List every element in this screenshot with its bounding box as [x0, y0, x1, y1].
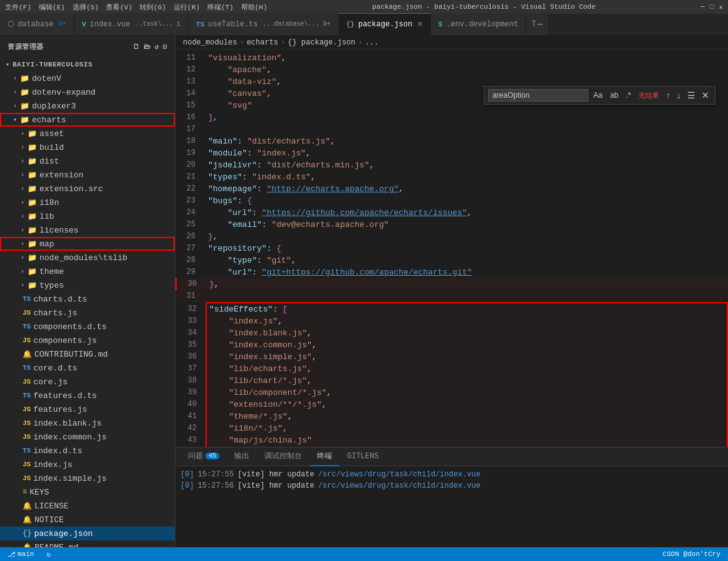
tab-close-button[interactable]: ×	[417, 19, 422, 29]
minimize-button[interactable]: ─	[700, 3, 705, 11]
tree-item-features-js[interactable]: JS features.js	[0, 402, 175, 416]
tree-item-package-json[interactable]: {} package.json	[0, 527, 175, 540]
line-content: "url": "git+https://github.com/apache/ec…	[205, 266, 728, 278]
tab-problems[interactable]: 问题 45	[180, 448, 227, 466]
tree-item-extensionsrc[interactable]: › 📁 extension.src	[0, 182, 175, 196]
tree-item-components-dts[interactable]: TS components.d.ts	[0, 320, 175, 333]
tree-item-license[interactable]: 🔔 LICENSE	[0, 499, 175, 513]
tree-item-lib[interactable]: › 📁 lib	[0, 209, 175, 223]
tree-item-core-js[interactable]: JS core.js	[0, 375, 175, 389]
find-input[interactable]	[488, 89, 588, 102]
tab-debug-console[interactable]: 调试控制台	[257, 448, 309, 466]
menu-terminal[interactable]: 终端(T)	[207, 3, 234, 12]
tree-item-nodemodules-tslib[interactable]: › 📁 node_modules\tslib	[0, 251, 175, 265]
menu-view[interactable]: 查看(V)	[106, 3, 132, 12]
tree-item-extension[interactable]: › 📁 extension	[0, 168, 175, 182]
status-csdn[interactable]: CSDN @don'tCry	[660, 550, 723, 558]
status-sync[interactable]: ↻	[44, 550, 53, 558]
branch-name: main	[18, 550, 34, 558]
tab-overflow-button[interactable]: T ⋯	[526, 13, 548, 35]
tree-item-index-dts[interactable]: TS index.d.ts	[0, 444, 175, 458]
tree-item-readme[interactable]: 🔔 README.md	[0, 540, 175, 547]
line-num: 15	[175, 100, 205, 112]
tree-item-dotenv-expand[interactable]: › 📁 dotenv-expand	[0, 85, 175, 99]
menu-goto[interactable]: 转到(G)	[140, 3, 166, 12]
menu-file[interactable]: 文件(F)	[5, 3, 31, 12]
tree-item-components-js[interactable]: JS components.js	[0, 333, 175, 347]
find-case-btn[interactable]: Aa	[591, 90, 605, 101]
tree-item-i18n[interactable]: › 📁 i18n	[0, 196, 175, 209]
breadcrumb-nodemodules[interactable]: node_modules	[183, 38, 237, 47]
breadcrumb-ellipsis[interactable]: ...	[365, 38, 378, 47]
tab-packagejson[interactable]: {} package.json ×	[339, 13, 431, 35]
tree-item-index-js[interactable]: JS index.js	[0, 458, 175, 471]
tree-item-echarts[interactable]: ▾ 📁 echarts	[0, 113, 175, 127]
window-title: package.json - baiyi-tuberculosis - Visu…	[372, 3, 595, 11]
folder-icon: 📁	[20, 115, 29, 125]
tree-item-asset[interactable]: › 📁 asset	[0, 127, 175, 140]
arrow: ›	[18, 130, 28, 137]
tree-root-item[interactable]: ▾ BAIYI-TUBERCULOSIS	[0, 58, 175, 71]
status-branch[interactable]: ⎇ main	[5, 550, 36, 558]
line-content: "lib/echarts.js",	[207, 363, 727, 375]
tree-item-charts-dts[interactable]: TS charts.d.ts	[0, 292, 175, 306]
label: CONTRIBUTING.md	[34, 350, 175, 359]
sidebar-header-icons[interactable]: 🗋 🗁 ↺ ⊟	[133, 43, 167, 51]
tree-item-contributing[interactable]: 🔔 CONTRIBUTING.md	[0, 347, 175, 361]
menu-help[interactable]: 帮助(H)	[241, 3, 268, 12]
sidebar-content[interactable]: ▾ BAIYI-TUBERCULOSIS › 📁 dotenV › 📁 dote…	[0, 58, 175, 547]
tree-item-index-blank-js[interactable]: JS index.blank.js	[0, 416, 175, 430]
label: LICENSE	[34, 501, 175, 511]
tree-item-build[interactable]: › 📁 build	[0, 140, 175, 154]
line-num: 33	[177, 315, 207, 327]
breadcrumb-echarts[interactable]: echarts	[247, 38, 278, 47]
tab-indexvue[interactable]: V index.vue ..task\... 1	[75, 13, 189, 35]
tree-item-index-common-js[interactable]: JS index.common.js	[0, 430, 175, 444]
tree-item-theme[interactable]: › 📁 theme	[0, 265, 175, 278]
tree-item-features-dts[interactable]: TS features.d.ts	[0, 389, 175, 402]
tree-item-core-dts[interactable]: TS core.d.ts	[0, 361, 175, 375]
tab-database[interactable]: ⬡ database 9+	[0, 13, 75, 35]
label: components.d.ts	[33, 322, 175, 332]
line-num: 23	[175, 195, 205, 207]
tab-terminal[interactable]: 终端	[309, 448, 340, 466]
js-icon: JS	[23, 309, 31, 317]
tree-item-dotenv[interactable]: › 📁 dotenV	[0, 71, 175, 85]
close-button[interactable]: ✕	[719, 3, 723, 11]
csdn-label: CSDN @don'tCry	[663, 550, 720, 558]
refresh-icon[interactable]: ↺	[155, 43, 159, 51]
tree-item-licenses[interactable]: › 📁 licenses	[0, 223, 175, 237]
tree-item-index-simple-js[interactable]: JS index.simple.js	[0, 471, 175, 485]
maximize-button[interactable]: □	[710, 3, 714, 11]
menu-select[interactable]: 选择(S)	[73, 3, 99, 12]
line-num: 24	[175, 207, 205, 219]
find-list-btn[interactable]: ☰	[685, 90, 697, 100]
menu-run[interactable]: 运行(R)	[174, 3, 200, 12]
tab-usetable[interactable]: TS useTable.ts ...database\... 9+	[189, 13, 338, 35]
json-file-icon: {}	[23, 529, 31, 538]
code-line-35: 35 "index.common.js",	[177, 339, 727, 351]
tree-item-dist[interactable]: › 📁 dist	[0, 154, 175, 168]
tree-item-charts-js[interactable]: JS charts.js	[0, 306, 175, 320]
tree-item-notice[interactable]: 🔔 NOTICE	[0, 513, 175, 527]
tree-item-keys[interactable]: ≡ KEYS	[0, 485, 175, 499]
find-prev-btn[interactable]: ↑	[664, 90, 672, 100]
tab-output[interactable]: 输出	[227, 448, 257, 466]
window-controls[interactable]: ─ □ ✕	[700, 3, 723, 11]
tree-item-duplexer3[interactable]: › 📁 duplexer3	[0, 99, 175, 113]
find-close-btn[interactable]: ✕	[700, 90, 711, 100]
find-next-btn[interactable]: ↓	[675, 90, 683, 100]
find-regex-btn[interactable]: .*	[623, 90, 633, 101]
menu-edit[interactable]: 编辑(E)	[39, 3, 65, 12]
code-editor[interactable]: 11 "visualization", 12 "apache", 13 "dat…	[175, 50, 728, 447]
collapse-icon[interactable]: ⊟	[163, 43, 167, 51]
tab-gitlens[interactable]: GITLENS	[340, 448, 386, 466]
tab-envdev[interactable]: $ .env.development	[431, 13, 527, 35]
tree-item-types[interactable]: › 📁 types	[0, 278, 175, 292]
find-word-btn[interactable]: ab	[608, 90, 621, 101]
new-folder-icon[interactable]: 🗁	[143, 43, 151, 51]
menu-bar[interactable]: 文件(F) 编辑(E) 选择(S) 查看(V) 转到(G) 运行(R) 终端(T…	[5, 3, 268, 12]
breadcrumb-packagejson[interactable]: {} package.json	[288, 38, 355, 47]
tree-item-map[interactable]: › 📁 map	[0, 237, 175, 251]
new-file-icon[interactable]: 🗋	[133, 43, 140, 51]
